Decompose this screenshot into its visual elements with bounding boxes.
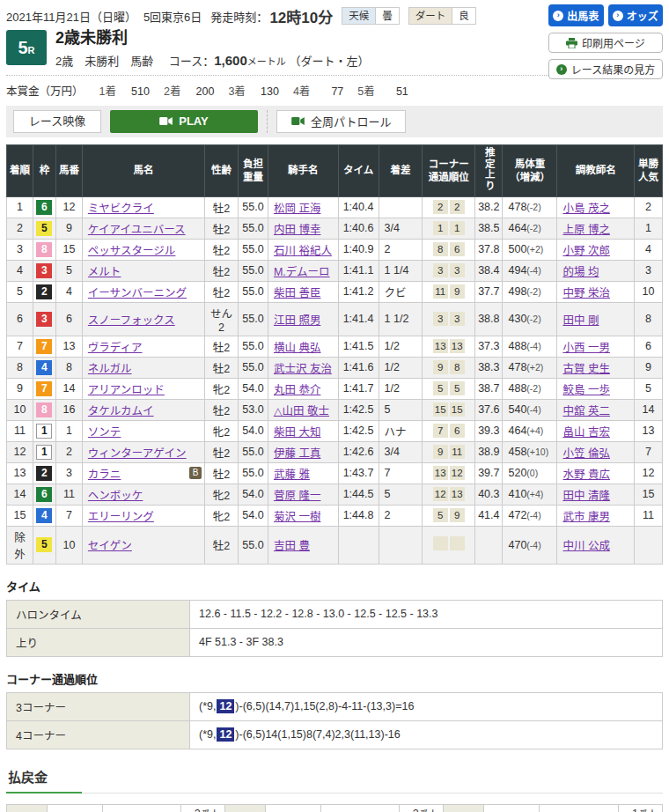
horse-number: 5 <box>66 264 72 277</box>
horse-link[interactable]: イーサンバーニング <box>88 287 187 299</box>
horse-link[interactable]: ヘンボッケ <box>88 490 143 502</box>
horse-link[interactable]: ミヤビクライ <box>88 203 154 215</box>
last-3f: 38.3 <box>478 361 499 373</box>
trainer-link[interactable]: 鮫島 一歩 <box>562 384 609 396</box>
result-guide-button[interactable]: › レース結果の見方 <box>548 59 663 79</box>
horse-link[interactable]: アリアンロッド <box>88 384 165 396</box>
jockey-link[interactable]: 武士沢 友治 <box>274 363 332 375</box>
trainer-link[interactable]: 小笠 倫弘 <box>562 447 609 460</box>
corner-order-cell: 1515 <box>423 399 475 420</box>
horse-number: 9 <box>66 222 72 234</box>
trainer-link[interactable]: 小西 一男 <box>562 342 609 354</box>
prize-amount: 51 <box>375 85 408 98</box>
trainer-link[interactable]: 小島 茂之 <box>562 203 609 215</box>
trainer-link[interactable]: 上原 博之 <box>562 224 609 236</box>
trainer-link[interactable]: 水野 貴広 <box>562 469 609 481</box>
frame-cell: 5 <box>33 218 55 239</box>
jockey-link[interactable]: △山田 敬士 <box>274 405 329 417</box>
print-page-button[interactable]: 印刷用ページ <box>548 33 663 53</box>
horse-link[interactable]: ケイアイユニバース <box>88 224 186 236</box>
horse-name-cell: ヘンボッケ <box>82 484 204 505</box>
sex-age: 牝2 <box>213 490 230 502</box>
trainer-link[interactable]: 中野 栄治 <box>562 287 609 299</box>
jockey-link[interactable]: 横山 典弘 <box>274 342 320 354</box>
horse-link[interactable]: タケルカムイ <box>88 405 154 417</box>
win-popularity: 7 <box>645 446 651 458</box>
trainer-link[interactable]: 小野 次郎 <box>562 245 609 257</box>
sex-age: 牡2 <box>213 245 230 257</box>
horse-link[interactable]: エリーリング <box>88 511 154 523</box>
side-actions: › 出馬表 › オッズ 印刷用ページ › レース結果の見方 <box>548 4 663 79</box>
col-trainer: 調教師名 <box>557 144 635 196</box>
entries-button[interactable]: › 出馬表 <box>548 4 604 26</box>
last-3f: 37.6 <box>478 403 499 416</box>
jockey-link[interactable]: 柴田 大知 <box>274 426 320 439</box>
trainer-cell: 畠山 吉宏 <box>557 420 635 441</box>
prize-place-label: 2着 <box>164 85 180 98</box>
finish-position: 2 <box>17 222 23 234</box>
corner-order-cell: 55 <box>423 378 475 399</box>
margin-cell: 3/4 <box>379 218 423 239</box>
trainer-link[interactable]: 武市 康男 <box>562 511 609 523</box>
horse-number: 16 <box>62 403 75 416</box>
horse-number-cell: 6 <box>55 302 82 336</box>
jockey-link[interactable]: M.デムーロ <box>274 266 330 278</box>
horse-link[interactable]: ウィンターアゲイン <box>88 447 187 460</box>
popularity-cell: 12 <box>635 462 663 484</box>
margin-cell: 5 <box>379 399 423 420</box>
jockey-cell: M.デムーロ <box>268 260 338 281</box>
payout-combination-cell: 9-12 <box>483 804 539 812</box>
jockey-link[interactable]: 江田 照男 <box>274 314 320 327</box>
sex-age-cell: 牡2 <box>205 336 239 357</box>
jockey-link[interactable]: 菊沢 一樹 <box>274 511 320 523</box>
jockey-link[interactable]: 松岡 正海 <box>274 203 320 215</box>
horse-link[interactable]: ネルガル <box>88 363 132 375</box>
arrow-circle-icon: › <box>613 11 623 21</box>
corner3-prefix: (*9, <box>199 700 216 712</box>
horse-link[interactable]: セイゲン <box>88 540 132 552</box>
trainer-link[interactable]: 古賀 史生 <box>562 363 609 375</box>
margin-cell <box>379 526 423 564</box>
jockey-link[interactable]: 菅原 隆一 <box>274 490 320 502</box>
horse-link[interactable]: ペッサスタージル <box>88 245 176 257</box>
trainer-link[interactable]: 的場 均 <box>562 266 599 278</box>
odds-button[interactable]: › オッズ <box>608 4 664 26</box>
payout-combination-cell: 5-6 <box>265 804 320 812</box>
finish-time: 1:41.1 <box>343 264 374 277</box>
jockey-cell: 石川 裕紀人 <box>268 239 338 260</box>
jockey-link[interactable]: 丸田 恭介 <box>274 384 320 396</box>
trainer-link[interactable]: 畠山 吉宏 <box>562 426 609 439</box>
last-3f-cell: 38.8 <box>475 302 503 336</box>
jockey-link[interactable]: 武藤 雅 <box>274 469 310 481</box>
finish-time: 1:41.7 <box>343 382 374 395</box>
time-cell: 1:40.9 <box>338 239 379 260</box>
time-cell: 1:41.5 <box>338 336 379 357</box>
corner-position: 9 <box>433 445 448 459</box>
play-label: PLAY <box>179 114 208 128</box>
horse-link[interactable]: ソンテ <box>88 426 121 439</box>
trainer-link[interactable]: 中川 公成 <box>562 540 609 552</box>
last-3f-cell: 37.7 <box>475 281 503 302</box>
play-video-button[interactable]: PLAY <box>110 110 258 133</box>
sex-age-cell: 牡2 <box>205 441 239 462</box>
trainer-link[interactable]: 田中 清隆 <box>562 490 609 502</box>
horse-link[interactable]: カラニ <box>88 469 121 481</box>
win-popularity: 2 <box>645 201 651 213</box>
horse-link[interactable]: ヴラディア <box>88 342 143 354</box>
jockey-link[interactable]: 内田 博幸 <box>274 224 320 236</box>
jockey-link[interactable]: 伊藤 工真 <box>274 447 320 460</box>
carried-weight-cell: 55.0 <box>238 260 268 281</box>
result-row: 848ネルガル牡255.0武士沢 友治1:41.61/29838.3478(+2… <box>7 357 663 378</box>
horse-number: 8 <box>66 361 72 373</box>
jockey-link[interactable]: 吉田 豊 <box>274 540 310 552</box>
horse-link[interactable]: スノーフォックス <box>88 314 175 327</box>
trainer-link[interactable]: 中舘 英二 <box>562 405 609 417</box>
margin: 3/4 <box>385 446 400 458</box>
jockey-link[interactable]: 柴田 善臣 <box>274 287 320 299</box>
last-3f-cell: 39.3 <box>475 420 503 441</box>
horse-link[interactable]: メルト <box>88 266 121 278</box>
patrol-video-button[interactable]: 全周パトロール <box>276 110 406 133</box>
trainer-link[interactable]: 田中 剛 <box>562 314 599 327</box>
prize-label: 本賞金（万円） <box>6 85 84 98</box>
jockey-link[interactable]: 石川 裕紀人 <box>274 245 332 257</box>
